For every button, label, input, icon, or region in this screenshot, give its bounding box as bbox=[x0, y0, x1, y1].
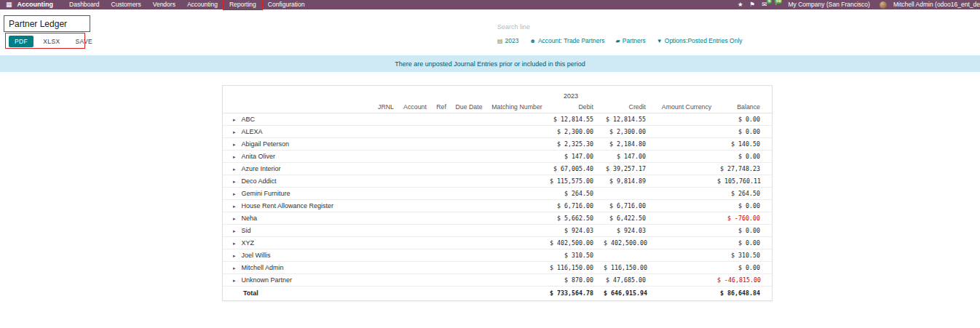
column-header: Due Date bbox=[452, 101, 486, 113]
page-title: Partner Ledger bbox=[9, 19, 67, 29]
expand-caret-icon[interactable]: ▸ bbox=[233, 129, 236, 135]
topbar-menu-item[interactable]: Vendors bbox=[147, 0, 181, 9]
facet-label: 2023 bbox=[505, 37, 519, 44]
menu-item-label: Configuration bbox=[268, 1, 305, 8]
credit-value: $ 39,257.17 bbox=[604, 162, 656, 175]
debit-value: $ 402,500.00 bbox=[548, 236, 604, 249]
Neha[interactable]: ▸Neha $ 5,662.50 $ 6,422.50 $ -760.00 bbox=[223, 212, 773, 224]
apps-grid-icon[interactable]: ▦ bbox=[6, 0, 12, 9]
column-header: Matching Number bbox=[486, 101, 548, 113]
column-header-row: JRNL Account Ref Due Date Matching Numbe… bbox=[223, 101, 773, 113]
topbar-menu-item[interactable]: Accounting bbox=[181, 0, 224, 9]
systray: ★ ⚑ ✉ 6 ◔ 59 My Company (San Francisco) … bbox=[738, 0, 980, 9]
partner-name: Azure Interior bbox=[242, 165, 281, 172]
Abigail Peterson[interactable]: ▸Abigail Peterson $ 2,325.30 $ 2,184.80 … bbox=[223, 137, 773, 150]
topbar-menu-item[interactable]: Dashboard bbox=[63, 0, 106, 9]
topbar-menu-item[interactable]: Configuration bbox=[262, 0, 311, 9]
messages-icon[interactable]: ✉ 6 bbox=[762, 0, 767, 9]
column-header: Ref bbox=[430, 101, 452, 113]
column-header: Credit bbox=[604, 101, 656, 113]
ABC[interactable]: ▸ABC $ 12,814.55 $ 12,814.55 $ 0.00 bbox=[223, 113, 773, 125]
save-button[interactable]: SAVE bbox=[70, 36, 99, 47]
xlsx-button[interactable]: XLSX bbox=[37, 36, 66, 47]
app-name[interactable]: Accounting bbox=[17, 0, 54, 9]
topbar-menu-item[interactable]: Customers bbox=[106, 0, 147, 9]
expand-caret-icon[interactable]: ▸ bbox=[233, 142, 236, 147]
Sid[interactable]: ▸Sid $ 924.03 $ 924.03 $ 0.00 bbox=[223, 224, 773, 236]
Unknown Partner[interactable]: ▸Unknown Partner $ 870.00 $ 47,685.00 $ … bbox=[223, 273, 773, 286]
House Rent Allowance Register[interactable]: ▸House Rent Allowance Register $ 6,716.0… bbox=[223, 199, 773, 212]
credit-value bbox=[604, 249, 656, 261]
XYZ[interactable]: ▸XYZ $ 402,500.00 $ 402,500.00 $ 0.00 bbox=[223, 236, 773, 249]
period-header-row: 2023 bbox=[223, 90, 773, 101]
button-label: SAVE bbox=[76, 38, 93, 45]
debit-value: $ 147.00 bbox=[548, 150, 604, 162]
expand-caret-icon[interactable]: ▸ bbox=[233, 278, 236, 283]
Joel Willis[interactable]: ▸Joel Willis $ 310.50 $ 310.50 bbox=[223, 249, 773, 261]
balance-value: $ 0.00 bbox=[717, 224, 773, 236]
user-menu[interactable]: Mitchell Admin (odoo16_ent_de bbox=[893, 0, 980, 9]
credit-value: $ 9,814.89 bbox=[604, 175, 656, 187]
expand-caret-icon[interactable]: ▸ bbox=[233, 167, 236, 172]
expand-caret-icon[interactable]: ▸ bbox=[233, 179, 236, 184]
partner-name: ALEXA bbox=[242, 128, 263, 135]
partner-name: Anita Oliver bbox=[242, 153, 276, 160]
Mitchell Admin[interactable]: ▸Mitchell Admin $ 116,150.00 $ 116,150.0… bbox=[223, 261, 773, 273]
search-facet[interactable]: ▤ 2023 bbox=[497, 37, 518, 44]
search-facet[interactable]: ☻ Account: Trade Partners bbox=[529, 37, 604, 44]
filter-icon: ▼ bbox=[657, 38, 663, 44]
expand-caret-icon[interactable]: ▸ bbox=[233, 253, 236, 258]
partner-name: XYZ bbox=[242, 239, 255, 247]
balance-value: $ 0.00 bbox=[717, 236, 773, 249]
avatar[interactable] bbox=[880, 1, 887, 9]
column-header: Balance bbox=[717, 101, 773, 113]
pdf-button[interactable]: PDF bbox=[9, 36, 33, 47]
column-header: Amount Currency bbox=[656, 101, 717, 113]
expand-caret-icon[interactable]: ▸ bbox=[233, 241, 236, 246]
balance-value: $ 310.50 bbox=[717, 249, 773, 261]
credit-value: $ 116,150.00 bbox=[604, 261, 656, 273]
company-switcher[interactable]: My Company (San Francisco) bbox=[788, 0, 869, 9]
activities-clock-icon[interactable]: ◔ 59 bbox=[773, 0, 777, 9]
messages-badge: 6 bbox=[767, 0, 772, 4]
expand-caret-icon[interactable]: ▸ bbox=[233, 117, 236, 122]
Anita Oliver[interactable]: ▸Anita Oliver $ 147.00 $ 147.00 $ 0.00 bbox=[223, 150, 773, 162]
balance-value: $ 105,760.11 bbox=[717, 175, 773, 187]
expand-caret-icon[interactable]: ▸ bbox=[233, 228, 236, 233]
balance-value: $ 0.00 bbox=[717, 125, 773, 137]
report-buttons: PDFXLSXSAVE bbox=[9, 36, 98, 47]
button-label: XLSX bbox=[43, 38, 60, 45]
ALEXA[interactable]: ▸ALEXA $ 2,300.00 $ 2,300.00 $ 0.00 bbox=[223, 125, 773, 137]
debit-value: $ 5,662.50 bbox=[548, 212, 604, 224]
balance-value: $ 140.50 bbox=[717, 137, 773, 150]
star-icon[interactable]: ★ bbox=[738, 0, 743, 9]
expand-caret-icon[interactable]: ▸ bbox=[233, 216, 236, 221]
menu-item-label: Accounting bbox=[187, 1, 218, 8]
total-credit: $ 646,915.94 bbox=[604, 286, 656, 300]
credit-value: $ 12,814.55 bbox=[604, 113, 656, 125]
credit-value: $ 147.00 bbox=[604, 150, 656, 162]
Deco Addict[interactable]: ▸Deco Addict $ 115,575.00 $ 9,814.89 $ 1… bbox=[223, 175, 773, 187]
search-bar bbox=[497, 19, 774, 32]
banner-text: There are unposted Journal Entries prior… bbox=[395, 60, 585, 68]
partner-name: Gemini Furniture bbox=[242, 190, 291, 197]
expand-caret-icon[interactable]: ▸ bbox=[233, 191, 236, 196]
topbar-menu-item[interactable]: Reporting bbox=[224, 0, 262, 9]
Azure Interior[interactable]: ▸Azure Interior $ 67,005.40 $ 39,257.17 … bbox=[223, 162, 773, 175]
search-facet[interactable]: ▰ Partners bbox=[616, 37, 646, 44]
balance-value: $ 264.50 bbox=[717, 187, 773, 199]
search-facet[interactable]: ▼ Options:Posted Entries Only bbox=[657, 37, 743, 44]
credit-value bbox=[604, 187, 656, 199]
expand-caret-icon[interactable]: ▸ bbox=[233, 154, 236, 159]
expand-caret-icon[interactable]: ▸ bbox=[233, 204, 236, 209]
facet-label: Options:Posted Entries Only bbox=[665, 37, 743, 44]
menu-item-label: Dashboard bbox=[69, 1, 100, 8]
megaphone-icon[interactable]: ⚑ bbox=[750, 0, 756, 9]
menu-item-label: Vendors bbox=[153, 1, 175, 8]
debit-value: $ 12,814.55 bbox=[548, 113, 604, 125]
expand-caret-icon[interactable]: ▸ bbox=[233, 265, 236, 271]
credit-value: $ 2,300.00 bbox=[604, 125, 656, 137]
search-input[interactable] bbox=[497, 23, 687, 31]
credit-value: $ 924.03 bbox=[604, 224, 656, 236]
Gemini Furniture[interactable]: ▸Gemini Furniture $ 264.50 $ 264.50 bbox=[223, 187, 773, 199]
